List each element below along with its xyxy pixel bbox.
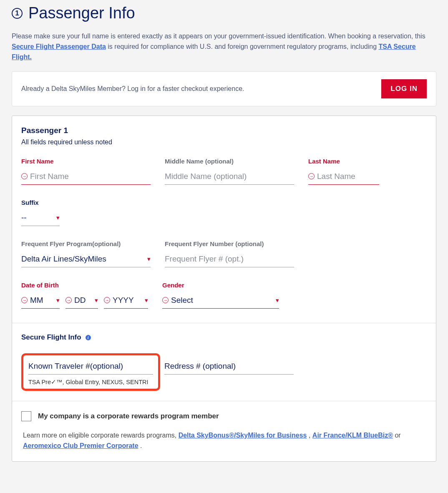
secure-flight-heading: Secure Flight Info [21,333,81,342]
login-callout: Already a Delta SkyMiles Member? Log in … [12,71,436,106]
chevron-down-icon: ▾ [276,297,279,304]
info-icon[interactable]: i [86,335,91,340]
ff-program-select[interactable]: Delta Air Lines/SkyMiles ▾ [21,252,151,267]
passenger-panel: Passenger 1 All fields required unless n… [12,116,436,462]
corporate-rewards-checkbox[interactable] [21,411,31,421]
corporate-info-text: Learn more on eligible corporate rewards… [21,430,427,451]
bluebiz-link[interactable]: Air France/KLM BlueBiz® [312,432,393,439]
redress-input[interactable] [164,362,294,371]
page-title: Passenger Info [28,4,135,22]
step-number-badge: 1 [12,8,23,19]
first-name-input[interactable] [30,172,151,181]
ff-program-label: Frequent Flyer Program(optional) [21,240,151,247]
secure-flight-data-link[interactable]: Secure Flight Passenger Data [12,43,106,50]
error-arrow-icon [104,297,110,303]
middle-name-label: Middle Name (optional) [165,158,294,165]
first-name-label: First Name [21,158,151,165]
dob-year-select[interactable]: YYYY ▾ [104,294,148,309]
login-button[interactable]: LOG IN [381,79,427,98]
gender-select[interactable]: Select ▾ [162,294,279,309]
middle-name-input[interactable] [165,172,294,181]
last-name-input[interactable] [317,172,379,181]
dob-month-select[interactable]: MM ▾ [21,294,60,309]
gender-label: Gender [162,282,279,289]
passenger-heading: Passenger 1 [21,126,427,135]
chevron-down-icon: ▾ [95,297,98,304]
error-arrow-icon [21,173,28,179]
aeromexico-link[interactable]: Aeromexico Club Premier Corporate [23,442,138,449]
chevron-down-icon: ▾ [56,297,60,304]
chevron-down-icon: ▾ [145,297,148,304]
required-note: All fields required unless noted [21,138,427,146]
known-traveler-highlight: TSA Pre✓™, Global Entry, NEXUS, SENTRI [21,353,160,391]
known-traveler-hint: TSA Pre✓™, Global Entry, NEXUS, SENTRI [28,379,153,385]
error-arrow-icon [21,297,28,303]
dob-label: Date of Birth [21,282,148,289]
chevron-down-icon: ▾ [56,214,60,221]
dob-day-select[interactable]: DD ▾ [65,294,98,309]
ff-number-label: Frequent Flyer Number (optional) [165,240,294,247]
last-name-label: Last Name [308,158,379,165]
ff-number-input[interactable] [165,254,294,264]
error-arrow-icon [308,173,315,179]
chevron-down-icon: ▾ [147,255,151,263]
known-traveler-input[interactable] [28,362,153,371]
error-arrow-icon [65,297,72,303]
suffix-label: Suffix [21,199,60,206]
intro-paragraph: Please make sure your full name is enter… [12,31,436,62]
suffix-select[interactable]: -- ▾ [21,211,60,226]
skybonus-link[interactable]: Delta SkyBonus®/SkyMiles for Business [179,432,307,439]
error-arrow-icon [162,297,169,303]
corporate-rewards-label: My company is a corporate rewards progra… [38,412,219,420]
login-prompt-text: Already a Delta SkyMiles Member? Log in … [21,85,244,93]
